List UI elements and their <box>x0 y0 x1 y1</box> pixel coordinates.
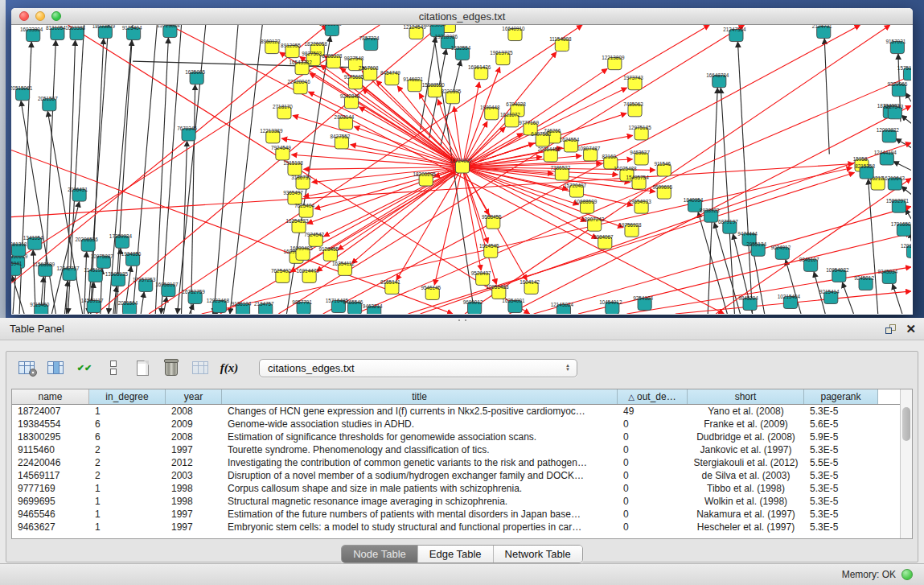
graph-node[interactable]: 8165141 <box>380 279 400 295</box>
delete-icon[interactable] <box>161 358 182 377</box>
graph-node[interactable]: 16958107 <box>155 282 179 297</box>
graph-node[interactable]: 12010654 <box>901 243 911 258</box>
citation-edge-red[interactable] <box>462 167 633 205</box>
citation-edge-red[interactable] <box>716 179 911 314</box>
graph-node[interactable]: 20206536 <box>76 237 99 252</box>
tab-network-table[interactable]: Network Table <box>494 546 582 562</box>
citation-edge-black[interactable] <box>906 209 911 219</box>
citation-edge-black[interactable] <box>19 42 31 314</box>
graph-node[interactable]: 9546145 <box>421 285 441 300</box>
citation-edge-black[interactable] <box>824 39 829 154</box>
citation-edge-black[interactable] <box>155 38 168 314</box>
graph-node[interactable]: 1934856 <box>121 251 142 266</box>
select-rows-icon[interactable]: ✔✔ <box>74 358 95 377</box>
graph-node[interactable]: 16640910 <box>502 26 525 41</box>
graph-node[interactable]: 9157021 <box>886 39 906 54</box>
citation-edge-red[interactable] <box>338 167 462 249</box>
citation-edge-red[interactable] <box>304 167 462 253</box>
graph-node[interactable]: 9361318 <box>11 241 27 257</box>
graph-node[interactable]: 1624554 <box>560 137 580 152</box>
graph-node[interactable]: 2803144 <box>335 114 355 130</box>
table-row[interactable]: 946362711997Embryonic stem cells: a mode… <box>12 521 900 534</box>
graph-node[interactable]: 16782759 <box>183 289 206 304</box>
network-window[interactable]: citations_edges.txt 18724007896012389129… <box>11 8 913 315</box>
citation-edge-black[interactable] <box>901 115 911 123</box>
column-header-short[interactable]: short <box>688 389 804 404</box>
tab-node-table[interactable]: Node Table <box>342 546 418 562</box>
table-selector-dropdown[interactable]: citations_edges.txt ▲▼ <box>259 359 577 377</box>
network-window-titlebar[interactable]: citations_edges.txt <box>11 8 913 25</box>
graph-node[interactable]: 1145193 <box>84 267 105 282</box>
graph-node[interactable]: 15720407 <box>564 183 587 198</box>
table-row[interactable]: 1456911722003Disruption of a novel membe… <box>12 469 900 482</box>
graph-node[interactable]: 1603388 <box>65 25 85 40</box>
graph-node[interactable]: 9146821 <box>403 76 423 92</box>
citation-edge-red[interactable] <box>304 167 462 169</box>
citation-edge-black[interactable] <box>214 313 218 314</box>
graph-node[interactable]: 19613725 <box>490 50 513 65</box>
graph-node[interactable]: 9245012 <box>854 275 874 290</box>
graph-node[interactable]: 3915941 <box>11 261 23 276</box>
graph-node[interactable]: 16033804 <box>20 27 43 42</box>
graph-node[interactable]: 15495754 <box>626 175 649 190</box>
citation-edge-red[interactable] <box>462 82 479 167</box>
citation-edge-black[interactable] <box>901 187 911 195</box>
graph-node[interactable]: 9699012 <box>463 299 483 314</box>
graph-node[interactable]: 7625402 <box>271 268 291 283</box>
new-document-icon[interactable] <box>132 358 153 377</box>
graph-node[interactable]: 16354001 <box>502 298 525 313</box>
graph-node[interactable]: 22420046 <box>287 79 310 94</box>
column-header-in-degree[interactable]: in_degree <box>89 389 166 404</box>
graph-node[interactable]: 19654923 <box>628 199 651 214</box>
graph-node[interactable]: 1832554 <box>451 45 471 60</box>
graph-node[interactable]: 9215414 <box>819 289 840 304</box>
graph-node[interactable]: 11154808 <box>549 36 572 51</box>
graph-node[interactable]: 1914545 <box>479 243 499 258</box>
graph-node[interactable]: 12923468 <box>207 298 230 313</box>
citation-edge-red[interactable] <box>281 138 462 167</box>
graph-node[interactable]: 16914479 <box>297 268 320 283</box>
graph-node[interactable]: 9857791 <box>292 299 312 314</box>
graph-node[interactable]: 9242848 <box>340 93 360 109</box>
citation-edge-black[interactable] <box>893 284 902 314</box>
graph-node[interactable]: 7485063 <box>623 101 643 117</box>
graph-node[interactable]: 2124731 <box>812 25 832 39</box>
graph-node[interactable]: 3186731 <box>291 175 311 190</box>
graph-node[interactable]: 13505135 <box>105 271 129 286</box>
table-row[interactable]: 977716911998Corpus callosum shape and si… <box>12 482 900 495</box>
graph-node[interactable]: 16543382 <box>289 60 312 75</box>
graph-node[interactable]: 16354223 <box>285 218 309 233</box>
graph-node[interactable]: 10975887 <box>91 253 114 269</box>
citation-edge-red[interactable] <box>324 167 462 236</box>
tab-edge-table[interactable]: Edge Table <box>418 546 494 562</box>
graph-node[interactable]: 8220395 <box>441 89 462 104</box>
graph-node[interactable]: 2051504 <box>118 300 138 314</box>
graph-node[interactable]: 9245034 <box>877 269 897 284</box>
graph-node[interactable]: 7924542 <box>304 232 324 247</box>
graph-node[interactable]: 7386522 <box>551 166 571 181</box>
graph-node[interactable]: 2134757 <box>254 301 274 314</box>
citation-edge-black[interactable] <box>84 252 87 314</box>
graph-node[interactable]: 8938923 <box>700 208 720 223</box>
graph-node[interactable]: 16354112 <box>332 261 355 276</box>
graph-node[interactable]: 17359924 <box>109 233 133 249</box>
graph-node[interactable]: 9699695 <box>652 184 672 200</box>
citation-edge-black[interactable] <box>893 161 911 170</box>
citation-edge-red[interactable] <box>11 25 380 263</box>
graph-node[interactable]: 18807243 <box>581 216 605 232</box>
citation-edge-red[interactable] <box>359 107 462 167</box>
graph-node[interactable]: 9329966 <box>888 81 908 97</box>
column-visibility-icon[interactable] <box>45 358 66 377</box>
citation-edge-red[interactable] <box>626 267 911 314</box>
graph-node[interactable]: 9845107 <box>799 257 819 272</box>
graph-node[interactable]: 9136104 <box>232 301 252 314</box>
citation-edge-black[interactable] <box>21 101 55 314</box>
graph-node[interactable]: 15692971 <box>886 198 910 213</box>
column-header-year[interactable]: year <box>166 389 222 404</box>
graph-node[interactable]: 19756928 <box>618 222 642 237</box>
citation-edge-red[interactable] <box>314 167 462 208</box>
splitter-handle-icon[interactable] <box>457 319 468 322</box>
graph-node[interactable]: 17957253 <box>133 277 156 292</box>
citation-edge-red[interactable] <box>317 167 462 271</box>
graph-node[interactable]: 12213389 <box>260 128 283 143</box>
